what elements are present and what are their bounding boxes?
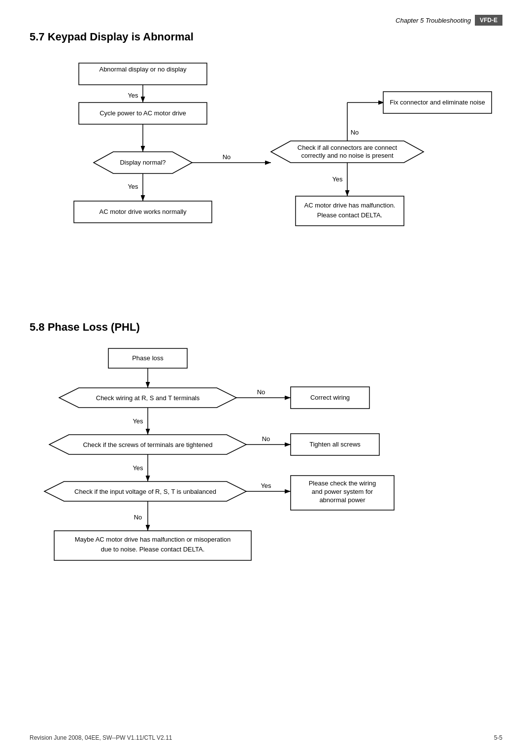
node-check-wiring: Check wiring at R, S and T terminals: [96, 394, 200, 402]
node-malfunction: AC motor drive has malfunction.: [304, 202, 396, 209]
node-check-voltage: Check if the input voltage of R, S, T is…: [74, 488, 216, 495]
brand-badge: VFD-E: [475, 15, 502, 26]
section-5-8-title: 5.8 Phase Loss (PHL): [30, 321, 502, 334]
node-start: Abnormal display or no display: [99, 66, 187, 73]
flowchart-5-7: Abnormal display or no display Yes Cycle…: [30, 53, 502, 300]
svg-text:Yes: Yes: [133, 464, 143, 472]
node-correct-wiring: Correct wiring: [310, 394, 350, 401]
svg-text:Yes: Yes: [128, 183, 138, 190]
svg-text:Yes: Yes: [332, 175, 343, 183]
svg-text:No: No: [134, 514, 142, 521]
svg-text:No: No: [351, 129, 359, 136]
svg-text:Yes: Yes: [128, 92, 138, 99]
node-phase-loss: Phase loss: [132, 354, 164, 362]
node-display-normal: Display normal?: [120, 159, 166, 166]
node-maybe-malfunction2: due to noise. Please contact DELTA.: [101, 546, 205, 553]
node-malfunction2: Please contact DELTA.: [317, 211, 382, 219]
node-cycle-power: Cycle power to AC motor drive: [100, 109, 186, 117]
node-check-screws: Check if the screws of terminals are tig…: [83, 441, 212, 448]
footer-left: Revision June 2008, 04EE, SW--PW V1.11/C…: [30, 734, 172, 741]
section-5-7: 5.7 Keypad Display is Abnormal Abnormal …: [30, 31, 502, 301]
node-works-normally: AC motor drive works normally: [100, 208, 187, 215]
svg-text:Yes: Yes: [261, 482, 271, 489]
section-5-8: 5.8 Phase Loss (PHL) Phase loss Check wi…: [30, 321, 502, 680]
page-header: Chapter 5 Troubleshooting VFD-E: [30, 15, 502, 26]
svg-rect-19: [296, 196, 404, 226]
node-check-connectors2: correctly and no noise is present: [301, 152, 394, 159]
svg-text:No: No: [257, 388, 266, 396]
page-footer: Revision June 2008, 04EE, SW--PW V1.11/C…: [30, 734, 502, 741]
node-check-connectors: Check if all connectors are connect: [298, 144, 398, 151]
node-fix-connector: Fix connector and eliminate noise: [390, 99, 485, 106]
flowchart-5-8: Phase loss Check wiring at R, S and T te…: [30, 344, 502, 679]
node-check-power2: and power system for: [312, 488, 373, 495]
node-check-power3: abnormal power: [319, 496, 366, 504]
svg-text:No: No: [223, 153, 231, 161]
node-check-power1: Please check the wiring: [309, 480, 376, 487]
chapter-label: Chapter 5 Troubleshooting: [396, 17, 471, 24]
node-maybe-malfunction1: Maybe AC motor drive has malfunction or …: [75, 536, 231, 543]
svg-text:Yes: Yes: [133, 417, 143, 425]
svg-text:No: No: [262, 435, 270, 443]
node-tighten-screws: Tighten all screws: [309, 441, 361, 448]
footer-right: 5-5: [494, 734, 502, 741]
section-5-7-title: 5.7 Keypad Display is Abnormal: [30, 31, 502, 43]
